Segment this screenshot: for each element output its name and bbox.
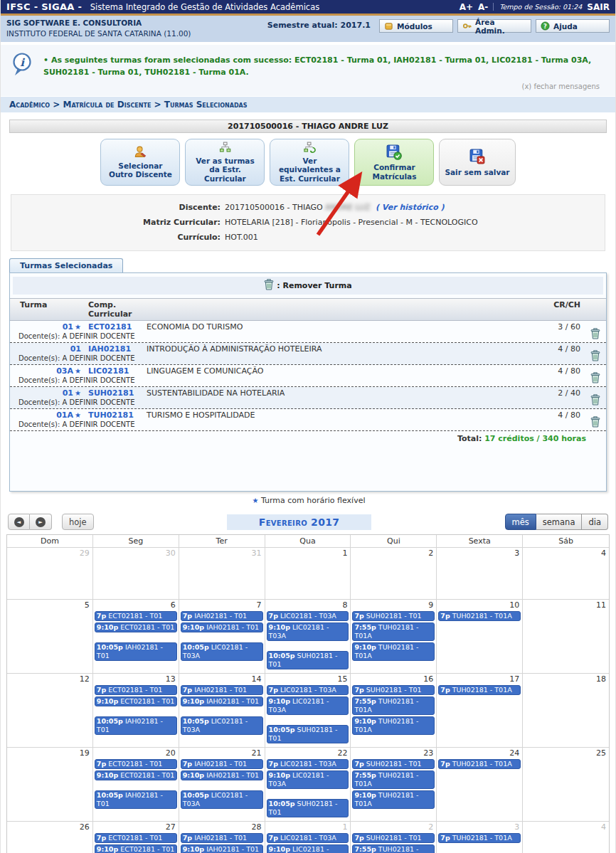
calendar-event[interactable]: 10:05pSUH02181 -T01: [267, 651, 349, 669]
component-code-link[interactable]: LIC02181: [88, 366, 147, 376]
calendar-event[interactable]: 7pTUH02181 - T01A: [438, 685, 521, 695]
calendar-event[interactable]: 7pLIC02181 - T03A: [267, 685, 349, 695]
tab-turmas-selecionadas[interactable]: Turmas Selecionadas: [9, 258, 123, 272]
calendar-event[interactable]: 7pLIC02181 - T03A: [267, 611, 349, 621]
close-messages-link[interactable]: (x) fechar mensagens: [11, 80, 608, 95]
calendar-event[interactable]: 9:10pECT02181 - T01: [95, 622, 177, 632]
action-confirmar-matriculas-button[interactable]: Confirmar Matrículas: [354, 139, 434, 186]
remove-turma-button[interactable]: [590, 394, 600, 406]
calendar-event[interactable]: 7pLIC02181 - T03A: [267, 833, 349, 843]
calendar-event[interactable]: 9:10pECT02181 - T01: [95, 696, 177, 706]
calendar-event[interactable]: 7:55pTUH02181 -T01A: [352, 696, 435, 715]
calendar-event[interactable]: 7pIAH02181 - T01: [181, 685, 263, 695]
action-ver-turmas-estrutura-curricular-button[interactable]: Ver as turmas da Estr. Curricular: [185, 139, 265, 186]
component-code-link[interactable]: ECT02181: [88, 322, 147, 332]
calendar-event[interactable]: 10:05pIAH02181 - T01: [95, 716, 177, 735]
remove-turma-button[interactable]: [590, 372, 600, 383]
menu-button-area-admin[interactable]: Área Admin.: [457, 19, 531, 33]
curriculo-value: HOT.001: [225, 230, 258, 245]
calendar-event[interactable]: 10:05pSUH02181 -T01: [267, 799, 349, 817]
calendar-week-row: 26277pECT02181 - T019:10pECT02181 - T011…: [7, 821, 609, 853]
component-code-link[interactable]: IAH02181: [88, 344, 147, 354]
table-row: 01A★TUH02181TURISMO E HOSPITALIDADE4 / 8…: [10, 409, 606, 431]
event-time: 9:10p: [354, 791, 376, 799]
calendar-event[interactable]: 10:05pIAH02181 - T01: [95, 790, 177, 809]
tab-bar: Turmas Selecionadas: [9, 258, 607, 272]
calendar-event[interactable]: 10:05pLIC02181 -T03A: [181, 642, 263, 661]
component-code-link[interactable]: TUH02181: [88, 410, 147, 420]
calendar-event[interactable]: 9:10pTUH02181 -T01A: [352, 790, 435, 809]
calendar-event[interactable]: 7pTUH02181 - T01A: [438, 833, 521, 843]
action-buttons: Selecionar Outro DiscenteVer as turmas d…: [1, 133, 615, 190]
calendar-day-cell: 12: [7, 673, 93, 747]
calendar-event[interactable]: 10:05pLIC02181 -T03A: [181, 790, 263, 809]
calendar-day-cell: 227pLIC02181 - T03A9:10pLIC02181 - T03A1…: [265, 747, 351, 821]
calendar-event[interactable]: 7pSUH02181 - T01: [352, 833, 435, 843]
calendar-week-row: 19207pECT02181 - T019:10pECT02181 - T011…: [7, 747, 609, 821]
calendar-event[interactable]: 9:10pIAH02181 - T01: [181, 844, 263, 853]
weekday-header: Sexta: [437, 535, 523, 547]
event-time: 7p: [269, 834, 278, 842]
calendar-day-cell: 11: [523, 599, 609, 673]
logout-button[interactable]: SAIR: [587, 2, 610, 12]
calendar-event[interactable]: 9:10pIAH02181 - T01: [181, 770, 263, 780]
calendar-event[interactable]: 9:10pIAH02181 - T01: [181, 696, 263, 706]
calendar-event[interactable]: 7pECT02181 - T01: [95, 685, 177, 695]
calendar-prev-button[interactable]: ◄: [8, 514, 30, 530]
menu-button-ajuda[interactable]: ?Ajuda: [536, 19, 610, 33]
calendar-view-mes-button[interactable]: mês: [505, 514, 536, 530]
crch-value: 4 / 80: [525, 344, 580, 354]
calendar-event[interactable]: 7pSUH02181 - T01: [352, 759, 435, 769]
calendar-event[interactable]: 10:05pLIC02181 -T03A: [181, 716, 263, 735]
calendar-view-dia-button[interactable]: dia: [582, 514, 608, 530]
calendar-event[interactable]: 7:55pTUH02181 -T01A: [352, 622, 435, 641]
calendar-event[interactable]: 9:10pTUH02181 -T01A: [352, 716, 435, 735]
tree-icon: [219, 142, 231, 156]
calendar-event[interactable]: 9:10pECT02181 - T01: [95, 844, 177, 853]
calendar-event[interactable]: 10:05pIAH02181 - T01: [95, 642, 177, 661]
calendar-event[interactable]: 7pTUH02181 - T01A: [438, 611, 521, 621]
action-sair-sem-salvar-button[interactable]: Sair sem salvar: [439, 139, 515, 186]
calendar-event[interactable]: 7pECT02181 - T01: [95, 611, 177, 621]
calendar-today-button[interactable]: hoje: [62, 514, 94, 530]
calendar-event[interactable]: 7pECT02181 - T01: [95, 759, 177, 769]
calendar-event[interactable]: 7pIAH02181 - T01: [181, 759, 263, 769]
font-increase-button[interactable]: A+: [460, 2, 473, 12]
event-title: IAH02181 - T01: [194, 612, 247, 620]
calendar-event[interactable]: 7pSUH02181 - T01: [352, 611, 435, 621]
calendar-event[interactable]: 9:10pLIC02181 - T03A: [267, 696, 349, 715]
calendar-event[interactable]: 7:55pTUH02181 -T01A: [352, 770, 435, 789]
remove-turma-button[interactable]: [590, 350, 600, 361]
ver-historico-link[interactable]: ( Ver histórico ): [376, 203, 445, 212]
event-title: SUH02181 - T01: [366, 686, 422, 694]
calendar-event[interactable]: 7pIAH02181 - T01: [181, 833, 263, 843]
flexible-star-icon: ★: [75, 389, 81, 397]
calendar-event[interactable]: 9:10pIAH02181 - T01: [181, 622, 263, 632]
calendar-event[interactable]: 7pTUH02181 - T01A: [438, 759, 521, 769]
calendar-view-semana-button[interactable]: semana: [536, 514, 583, 530]
calendar-event[interactable]: 9:10pECT02181 - T01: [95, 770, 177, 780]
calendar-event[interactable]: 7pIAH02181 - T01: [181, 611, 263, 621]
action-selecionar-outro-discente-button[interactable]: Selecionar Outro Discente: [100, 139, 180, 186]
calendar-event[interactable]: 7pSUH02181 - T01: [352, 685, 435, 695]
font-decrease-button[interactable]: A-: [478, 2, 488, 12]
calendar-day-cell: 25: [523, 747, 609, 821]
component-code-link[interactable]: SUH02181: [88, 388, 147, 398]
calendar-grid: DomSegTerQuaQuiSextaSáb 2930311234567pEC…: [6, 534, 610, 853]
menu-button-modulos[interactable]: Módulos: [379, 19, 453, 33]
event-title: SUH02181 -: [297, 800, 338, 807]
calendar-event[interactable]: 10:05pSUH02181 -T01: [267, 725, 349, 743]
calendar-event[interactable]: 9:10pTUH02181 -T01A: [352, 642, 435, 661]
calendar-event[interactable]: 7pLIC02181 - T03A: [267, 759, 349, 769]
calendar-event[interactable]: 9:10pLIC02181 - T03A: [267, 844, 349, 853]
remove-turma-button[interactable]: [590, 328, 600, 339]
calendar-event[interactable]: 9:10pLIC02181 - T03A: [267, 770, 349, 789]
calendar-event[interactable]: 9:10pLIC02181 - T03A: [267, 622, 349, 641]
action-ver-equivalentes-estrutura-curricular-button[interactable]: Ver equivalentes a Est. Curricular: [270, 139, 349, 186]
calendar-event[interactable]: 7pECT02181 - T01: [95, 833, 177, 843]
calendar-next-button[interactable]: ►: [30, 514, 52, 530]
calendar-event[interactable]: 7:55pTUH02181 -T01A: [352, 844, 435, 853]
table-row: 01★ECT02181ECONOMIA DO TURISMO3 / 60Doce…: [10, 321, 606, 343]
remove-turma-button[interactable]: [590, 416, 600, 428]
day-number: 8: [265, 600, 351, 610]
